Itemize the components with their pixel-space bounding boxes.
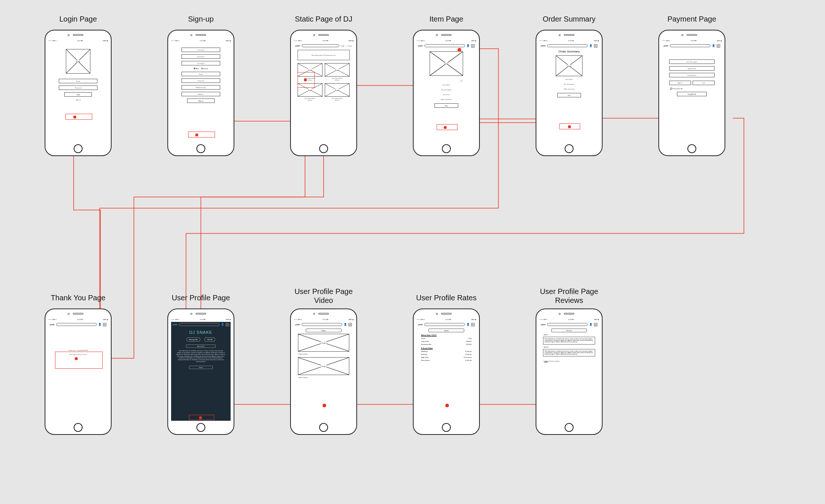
search-input[interactable] <box>424 323 465 326</box>
user-icon[interactable]: 👤 <box>344 323 347 326</box>
menu-icon[interactable]: ▤ <box>226 323 229 326</box>
search-input[interactable] <box>670 44 710 47</box>
details-tab[interactable]: Details ‹› <box>428 329 464 332</box>
about-tab[interactable]: About (DJ) ‹ › <box>186 345 216 348</box>
table-header: VenueDate <box>421 337 472 339</box>
hotspot-login[interactable] <box>65 114 92 120</box>
hotspot-signup[interactable] <box>188 132 215 138</box>
videos-tab[interactable]: Videos ‹› <box>306 329 341 332</box>
videos-chip[interactable]: Videos <box>189 366 213 369</box>
expiry-field[interactable]: MM/YY <box>669 81 691 85</box>
menu-icon[interactable]: ▤ <box>471 44 475 48</box>
brand: gratēr <box>664 45 668 47</box>
username-field[interactable]: Username <box>182 48 220 52</box>
search-input[interactable] <box>179 323 219 326</box>
password-field[interactable]: Password <box>182 78 220 83</box>
search-input[interactable] <box>56 323 97 326</box>
user-icon[interactable]: 👤 <box>712 44 715 48</box>
title-thanks: Thank You Page <box>22 294 134 302</box>
hotspot-pay[interactable] <box>559 123 580 129</box>
title-reviews: User Profile PageReviews <box>513 287 625 305</box>
order-item-name: Item Name <box>539 78 599 80</box>
phone-thanks: ••••• BELL4:21 PM100% ▮ gratēr 👤 ▤ Thank… <box>45 308 112 435</box>
remember-checkbox[interactable]: Remember Me <box>670 88 722 90</box>
password-field[interactable]: Password <box>59 85 97 90</box>
video-thumb-2[interactable]: Image <box>298 357 349 375</box>
title-item: Item Page <box>391 15 502 23</box>
search-input[interactable] <box>424 44 465 47</box>
login-link[interactable]: Login <box>341 45 344 47</box>
thanks-line1: Thank you (…buying $X AUD) <box>48 349 108 351</box>
pay-button[interactable]: Pay <box>557 93 581 97</box>
signup-button[interactable]: Sign up <box>187 98 215 103</box>
pay-amount-button[interactable]: Pay AUD $X <box>677 92 707 96</box>
table-row: Greenwood Bar29/10/15 <box>421 343 472 345</box>
statusbar: ••••• BELL ⌵ 4:21 PM ⌁ 100% ▮ <box>48 39 108 42</box>
seller-name[interactable]: Seller Username <box>417 98 476 100</box>
phone-payment: ••••• BELL4:21 PM100% ▮ gratēr 👤 ▤ Item … <box>658 30 725 156</box>
product-card-4[interactable]: Image Item Description $ Price <box>325 83 350 101</box>
hotspot-videos[interactable] <box>189 415 214 420</box>
login-to-review[interactable]: Login to leave a review <box>544 360 594 362</box>
card-field[interactable]: Card Number <box>669 73 715 77</box>
user-icon[interactable]: 👤 <box>221 323 224 326</box>
title-rates: User Profile Rates <box>391 294 502 302</box>
gender-row[interactable]: Male Female <box>173 68 228 70</box>
user-icon[interactable]: 👤 <box>98 323 102 326</box>
lastname-field[interactable]: Last Name <box>182 61 220 65</box>
rates-heading: $ Hourly Rates <box>421 348 472 349</box>
cvv-field[interactable]: CVV <box>693 81 715 85</box>
login-button[interactable]: Login <box>64 92 92 97</box>
address-field[interactable]: Address <box>182 92 220 96</box>
title-login: Login Page <box>22 15 134 23</box>
hotspot-rates-next[interactable] <box>445 404 449 407</box>
product-card-2[interactable]: Image Item Description $ Price <box>325 63 350 81</box>
user-icon[interactable]: 👤 <box>466 44 470 48</box>
reviews-tab[interactable]: Reviews ‹› <box>551 329 587 332</box>
user-icon[interactable]: 👤 <box>589 44 593 48</box>
email-field[interactable]: Email <box>59 79 97 83</box>
item-price: Item Price <box>417 94 476 96</box>
search-input[interactable] <box>547 323 588 326</box>
menu-icon[interactable]: ▤ <box>471 323 475 326</box>
search-input[interactable] <box>302 44 339 47</box>
buy-button[interactable]: Buy <box>434 103 458 108</box>
phone-order: ••••• BELL4:21 PM100% ▮ gratēr 👤 ▤ Order… <box>536 30 603 156</box>
title-payment: Payment Page <box>636 15 748 23</box>
menu-icon[interactable]: ▤ <box>103 323 106 326</box>
brand: gratēr <box>418 323 423 326</box>
cart-icon[interactable]: 🛒 <box>417 77 463 83</box>
hotspot-video-next[interactable] <box>322 404 326 407</box>
rate-row: Birthdays$ 150 p/h <box>421 353 472 355</box>
hotspot-product1[interactable] <box>298 72 315 88</box>
rate-row: Night ClubsPrice Varies <box>421 356 472 358</box>
hotspot-thanks[interactable] <box>55 352 103 369</box>
hotspot-buy[interactable] <box>437 124 458 130</box>
mobile-field[interactable]: Mobile Number <box>182 85 220 90</box>
item-desc-field: Item Description <box>669 59 715 64</box>
menu-icon[interactable]: ▤ <box>717 44 720 48</box>
menu-icon[interactable]: ▤ <box>349 323 352 326</box>
buyer-email-field[interactable]: Buyer Email <box>669 66 715 71</box>
email-field[interactable]: Email <box>182 72 220 76</box>
user-icon[interactable]: 👤 <box>589 323 593 326</box>
brand: gratēr <box>541 45 546 47</box>
hotspot-header-dot[interactable] <box>458 48 461 52</box>
menu-icon[interactable]: ▤ <box>594 323 597 326</box>
user-icon[interactable]: 👤 <box>466 323 470 326</box>
video-caption-2: Video Caption <box>298 377 349 378</box>
signup-link[interactable]: Sign up <box>51 99 106 101</box>
review-user1: User 1 <box>544 334 594 336</box>
video-thumb-1[interactable]: Image <box>298 334 349 352</box>
review-user2: User 2 <box>544 346 594 348</box>
menu-icon[interactable]: ▤ <box>594 44 597 48</box>
message-button[interactable]: Message Me <box>187 337 200 342</box>
title-signup: Sign-up <box>145 15 257 23</box>
login-link2[interactable]: Log in <box>348 45 352 47</box>
hire-button[interactable]: Hire Me <box>205 337 215 342</box>
rate-row: Other Events$ 150 p/h <box>421 359 472 361</box>
firstname-field[interactable]: First Name <box>182 54 220 59</box>
search-input[interactable] <box>302 323 342 326</box>
search-input[interactable] <box>547 44 588 47</box>
djd-heading: Where Have I DJ'd? <box>421 335 472 336</box>
